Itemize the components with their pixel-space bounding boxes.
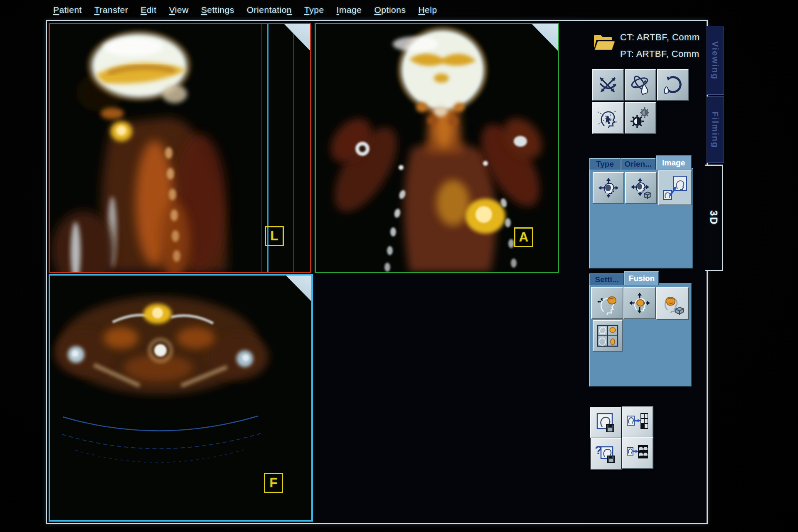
fusion-tab-row: Setti... Fusion [589, 271, 690, 285]
control-panel: CT: ARTBF, Comm PT: ARTBF, Comm [561, 21, 707, 520]
main-window: L [46, 20, 708, 524]
application-screen: PatientTransferEditViewSettingsOrientati… [0, 0, 798, 532]
rotate-free-icon [596, 73, 620, 97]
menu-item-orientation[interactable]: Orientation [247, 5, 292, 15]
menu-item-patient[interactable]: Patient [53, 5, 82, 15]
folder-open-icon[interactable] [592, 33, 616, 52]
undo-rotate-icon [661, 73, 685, 97]
image-zoom-button[interactable] [658, 170, 692, 205]
menu-item-transfer[interactable]: Transfer [94, 5, 128, 15]
fusion-move-icon [628, 291, 652, 315]
menu-item-help[interactable]: Help [418, 5, 437, 15]
tab-3d-label: 3D [708, 210, 719, 226]
fusion-adjust-button[interactable] [591, 287, 623, 319]
orientation-label-anterior: A [514, 227, 533, 247]
tab-filming-label: Filming [710, 111, 720, 148]
menu-item-image[interactable]: Image [337, 5, 362, 15]
menu-bar: PatientTransferEditViewSettingsOrientati… [53, 5, 437, 15]
pt-study-label[interactable]: PT: ARTBF, Comm [620, 49, 699, 59]
query-save-button[interactable]: ? [591, 438, 622, 470]
send-film-button[interactable] [622, 406, 653, 438]
orientation-label-feet: F [264, 473, 283, 493]
localizer-line-reference[interactable] [293, 24, 294, 272]
tab-viewing-label: Viewing [710, 41, 720, 80]
film-sheet-button[interactable] [622, 437, 653, 469]
image-zoom-icon [662, 174, 688, 202]
head-move-button[interactable] [593, 172, 624, 204]
localizer-line-coronal[interactable] [261, 24, 262, 272]
fusion-panel [589, 283, 692, 387]
display-panel [589, 168, 693, 268]
query-save-icon: ? [594, 442, 618, 466]
tab-type[interactable]: Type [589, 158, 621, 170]
ct-study-label[interactable]: CT: ARTBF, Comm [620, 32, 700, 43]
tab-fusion[interactable]: Fusion [624, 271, 659, 285]
fusion-move-button[interactable] [623, 287, 656, 319]
viewport-coronal[interactable]: A [315, 23, 559, 273]
menu-item-options[interactable]: Options [374, 5, 406, 15]
head-move-icon [597, 176, 620, 200]
orientation-label-left: L [265, 226, 284, 246]
film-sheet-icon [626, 441, 650, 465]
rotate-free-button[interactable] [592, 69, 624, 101]
head-cursor-icon [596, 106, 620, 130]
tab-orientation[interactable]: Orien... [621, 158, 656, 170]
tab-settings[interactable]: Setti... [589, 273, 624, 285]
brightness-contrast-button[interactable] [625, 102, 656, 134]
menu-item-type[interactable]: Type [304, 5, 324, 15]
contrast-icon [628, 106, 653, 130]
fusion-adjust-icon [595, 291, 619, 315]
send-film-icon [626, 410, 650, 434]
fusion-3d-icon [660, 291, 685, 316]
menu-item-settings[interactable]: Settings [201, 5, 234, 15]
viewport-axial[interactable]: F [49, 274, 313, 522]
head-move-3d-button[interactable] [625, 172, 657, 204]
tab-3d[interactable]: 3D [705, 165, 723, 271]
fusion-grid-icon [596, 324, 619, 348]
orbit-rotate-button[interactable] [625, 69, 656, 101]
save-view-icon [594, 411, 618, 435]
head-move-3d-icon [629, 176, 653, 200]
undo-rotate-button[interactable] [657, 69, 689, 101]
fusion-3d-button[interactable] [656, 287, 689, 320]
head-select-button[interactable] [592, 102, 624, 134]
display-tab-row: Type Orien... Image [589, 155, 692, 170]
tab-viewing[interactable]: Viewing [707, 26, 724, 95]
fusion-grid-button[interactable] [593, 320, 623, 352]
save-view-button[interactable] [590, 407, 622, 439]
tab-image[interactable]: Image [656, 155, 692, 170]
orbit-rotate-icon [628, 73, 653, 97]
tab-filming[interactable]: Filming [707, 96, 724, 163]
viewport-sagittal[interactable]: L [49, 23, 311, 273]
menu-item-view[interactable]: View [169, 5, 189, 15]
menu-item-edit[interactable]: Edit [140, 5, 156, 15]
